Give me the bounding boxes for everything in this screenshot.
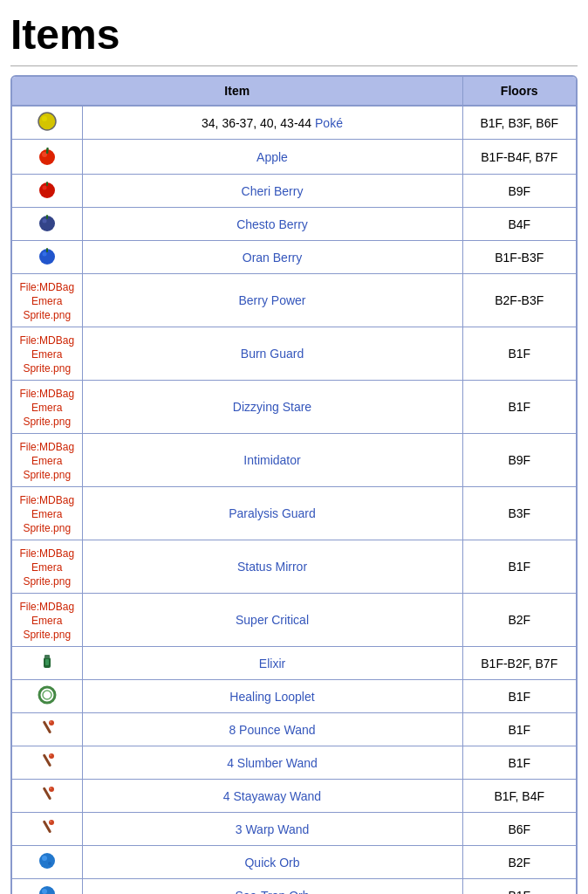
floors-cell: B1F-B3F: [462, 241, 576, 274]
svg-point-23: [49, 753, 54, 759]
floors-cell: B1F: [462, 713, 576, 746]
item-name-cell[interactable]: 4 Slumber Wand: [82, 746, 462, 780]
orb-icon: [38, 859, 57, 873]
item-icon-cell: [12, 746, 82, 780]
item-icon-cell: [12, 208, 82, 241]
table-row: AppleB1F-B4F, B7F: [12, 140, 576, 175]
floors-cell: B2F-B3F: [462, 274, 576, 327]
file-link[interactable]: File:MDBag Emera Sprite.png: [19, 334, 74, 375]
floors-cell: B6F: [462, 813, 576, 846]
item-name-cell[interactable]: Paralysis Guard: [82, 487, 462, 540]
looplet-icon: [38, 693, 57, 707]
item-name-cell[interactable]: Quick Orb: [82, 846, 462, 879]
item-icon-cell: File:MDBag Emera Sprite.png: [12, 381, 82, 434]
floors-cell: B1F: [462, 746, 576, 780]
item-icon-cell: [12, 680, 82, 713]
item-name-cell[interactable]: Apple: [82, 140, 462, 175]
svg-point-9: [42, 219, 46, 224]
item-name-cell[interactable]: 4 Stayaway Wand: [82, 780, 462, 813]
table-header-row: Item Floors: [12, 77, 576, 106]
floors-cell: B2F: [462, 594, 576, 647]
svg-point-31: [39, 853, 55, 869]
item-icon-cell: [12, 780, 82, 813]
svg-point-1: [42, 116, 47, 121]
svg-point-29: [49, 820, 54, 825]
item-name-cell[interactable]: Super Critical: [82, 594, 462, 647]
svg-rect-7: [46, 182, 48, 186]
floors-cell: B1F: [462, 680, 576, 713]
chesto-icon: [38, 221, 57, 235]
item-icon-cell: [12, 813, 82, 846]
item-name-cell[interactable]: 34, 36-37, 40, 43-44 Poké: [82, 106, 462, 140]
file-link[interactable]: File:MDBag Emera Sprite.png: [19, 601, 74, 641]
svg-point-30: [50, 821, 51, 822]
svg-point-34: [39, 886, 55, 894]
floors-cell: B1F: [462, 327, 576, 381]
item-name-cell[interactable]: Dizzying Stare: [82, 381, 462, 434]
item-icon-cell: [12, 713, 82, 746]
item-name-cell[interactable]: Status Mirror: [82, 540, 462, 594]
file-link[interactable]: File:MDBag Emera Sprite.png: [19, 281, 74, 321]
item-icon-cell: File:MDBag Emera Sprite.png: [12, 327, 82, 381]
table-row: File:MDBag Emera Sprite.pngSuper Critica…: [12, 594, 576, 647]
item-name-cell[interactable]: 3 Warp Wand: [82, 813, 462, 846]
svg-point-32: [42, 856, 47, 861]
table-row: 8 Pounce WandB1F: [12, 713, 576, 746]
item-name-cell[interactable]: Oran Berry: [82, 241, 462, 274]
svg-point-20: [49, 720, 54, 726]
table-row: File:MDBag Emera Sprite.pngDizzying Star…: [12, 381, 576, 434]
wand-icon: [38, 826, 57, 840]
wand-icon: [38, 726, 57, 740]
file-link[interactable]: File:MDBag Emera Sprite.png: [19, 441, 74, 481]
item-icon-cell: [12, 106, 82, 140]
svg-point-17: [39, 687, 55, 703]
item-icon-cell: [12, 241, 82, 274]
table-row: File:MDBag Emera Sprite.pngStatus Mirror…: [12, 540, 576, 594]
floors-cell: B1F: [462, 879, 576, 895]
table-row: File:MDBag Emera Sprite.pngBerry PowerB2…: [12, 274, 576, 327]
table-row: ElixirB1F-B2F, B7F: [12, 647, 576, 680]
table-row: 34, 36-37, 40, 43-44 PokéB1F, B3F, B6F: [12, 106, 576, 140]
wand-icon: [38, 760, 57, 774]
floors-cell: B1F, B3F, B6F: [462, 106, 576, 140]
item-name-cell[interactable]: Burn Guard: [82, 327, 462, 381]
item-name-cell[interactable]: Elixir: [82, 647, 462, 680]
item-name-cell[interactable]: See-Trap Orb: [82, 879, 462, 895]
svg-point-21: [50, 721, 51, 723]
svg-point-18: [43, 691, 51, 699]
item-name-cell[interactable]: Cheri Berry: [82, 175, 462, 208]
item-name-cell[interactable]: Berry Power: [82, 274, 462, 327]
svg-point-24: [50, 754, 51, 756]
file-link[interactable]: File:MDBag Emera Sprite.png: [19, 494, 74, 534]
svg-point-12: [42, 252, 46, 257]
poke-label[interactable]: Poké: [315, 116, 343, 130]
floors-cell: B9F: [462, 175, 576, 208]
item-name-cell[interactable]: Chesto Berry: [82, 208, 462, 241]
item-name-cell[interactable]: 8 Pounce Wand: [82, 713, 462, 746]
elixir-icon: [38, 660, 57, 674]
svg-rect-10: [46, 215, 48, 219]
svg-point-27: [50, 787, 51, 789]
poke-amount: 34, 36-37, 40, 43-44: [202, 116, 315, 130]
floors-cell: B3F: [462, 487, 576, 540]
oran-icon: [38, 254, 57, 268]
floors-column-header: Floors: [462, 77, 576, 106]
floors-cell: B9F: [462, 434, 576, 487]
item-name-cell[interactable]: Intimidator: [82, 434, 462, 487]
table-row: Chesto BerryB4F: [12, 208, 576, 241]
floors-cell: B1F-B4F, B7F: [462, 140, 576, 175]
svg-point-35: [42, 889, 47, 894]
table-row: File:MDBag Emera Sprite.pngParalysis Gua…: [12, 487, 576, 540]
file-link[interactable]: File:MDBag Emera Sprite.png: [19, 547, 74, 588]
floors-cell: B1F-B2F, B7F: [462, 647, 576, 680]
floors-cell: B1F: [462, 540, 576, 594]
table-row: File:MDBag Emera Sprite.pngIntimidatorB9…: [12, 434, 576, 487]
item-name-cell[interactable]: Healing Looplet: [82, 680, 462, 713]
file-link[interactable]: File:MDBag Emera Sprite.png: [19, 388, 74, 428]
table-row: Cheri BerryB9F: [12, 175, 576, 208]
svg-rect-13: [46, 248, 48, 252]
svg-rect-15: [44, 655, 50, 658]
table-row: Oran BerryB1F-B3F: [12, 241, 576, 274]
apple-icon: [38, 155, 57, 168]
item-icon-cell: [12, 140, 82, 175]
